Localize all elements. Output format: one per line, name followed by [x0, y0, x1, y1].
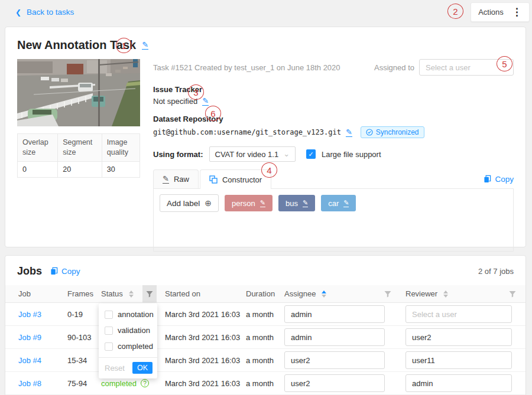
edit-label-icon[interactable]: ✎ — [260, 200, 265, 207]
job-link[interactable]: Job #9 — [18, 333, 67, 342]
checkbox-completed[interactable] — [105, 342, 113, 351]
jobs-card: Jobs Copy 2 of 7 jobs Job Frames Status … — [5, 255, 526, 395]
tab-raw[interactable]: ✎ Raw — [153, 169, 199, 188]
task-meta-text: Task #1521 Created by test_user_1 on Jun… — [153, 63, 340, 72]
labels-constructor-panel: Add label ⊕ person ✎ bus ✎ car ✎ — [153, 189, 514, 252]
label-chip-car[interactable]: car ✎ — [321, 195, 356, 211]
assignee-sort-button[interactable] — [322, 290, 326, 298]
task-preview-image — [17, 59, 140, 126]
format-select[interactable]: CVAT for video 1.1 ⌄ — [209, 146, 296, 162]
col-reviewer: Reviewer — [406, 289, 437, 298]
job-row: Job #8 75-94 completed ? March 3rd 2021 … — [5, 372, 525, 395]
repository-url[interactable]: git@github.com:username/git_storage_v123… — [153, 128, 341, 136]
job-started: March 3rd 2021 16:03 — [165, 310, 246, 319]
actions-button[interactable]: Actions ⋮ — [471, 2, 530, 22]
reviewer-input[interactable] — [406, 351, 512, 369]
assignee-input[interactable] — [284, 328, 385, 346]
job-duration: a month — [246, 356, 284, 365]
checkbox-validation[interactable] — [105, 327, 113, 335]
checkbox-annotation[interactable] — [105, 311, 113, 319]
tab-constructor-label: Constructor — [222, 175, 262, 184]
job-row: Job #4 15-34 March 3rd 2021 16:03 a mont… — [5, 349, 525, 372]
check-circle-icon — [366, 129, 373, 136]
edit-repository-icon[interactable]: ✎ — [346, 128, 352, 137]
job-duration: a month — [246, 333, 284, 342]
edit-issue-tracker-icon[interactable]: ✎ — [202, 97, 209, 106]
large-file-support-checkbox[interactable]: ✓ — [306, 149, 316, 159]
job-link[interactable]: Job #3 — [18, 310, 67, 319]
chevron-down-icon: ⌄ — [283, 152, 290, 156]
col-frames: Frames — [67, 289, 101, 298]
param-header-quality: Image quality — [102, 134, 140, 162]
job-status-text: completed — [101, 379, 137, 388]
tab-constructor[interactable]: Constructor — [200, 169, 271, 189]
issue-tracker-label: Issue Tracker — [153, 85, 514, 94]
assignee-input[interactable] — [284, 351, 385, 369]
param-value-quality: 30 — [102, 161, 140, 177]
job-row: Job #9 90-103 March 3rd 2021 16:03 a mon… — [5, 326, 525, 349]
back-to-tasks-link[interactable]: ❮ Back to tasks — [15, 8, 74, 17]
param-value-overlap: 0 — [18, 161, 58, 177]
filter-option-completed[interactable]: completed — [99, 338, 157, 354]
col-status: Status — [101, 289, 123, 298]
annotation-marker-6: 6 — [205, 106, 221, 121]
filter-reset-button[interactable]: Reset — [105, 364, 125, 373]
format-select-value: CVAT for video 1.1 — [215, 150, 279, 159]
add-label-button[interactable]: Add label ⊕ — [160, 194, 219, 212]
annotation-marker-3: 3 — [188, 84, 204, 100]
status-filter-button[interactable] — [142, 285, 157, 303]
job-started: March 3rd 2021 16:03 — [165, 379, 246, 388]
label-chip-person-name: person — [232, 199, 255, 208]
assignee-input[interactable] — [284, 305, 385, 323]
col-started-on: Started on — [165, 289, 246, 298]
job-link[interactable]: Job #8 — [18, 379, 67, 388]
task-details-card: New Annotation Task ✎ — [5, 27, 526, 247]
question-circle-icon: ? — [141, 379, 149, 387]
edit-label-icon[interactable]: ✎ — [343, 200, 349, 207]
reviewer-input[interactable] — [406, 305, 512, 323]
job-frames: 15-34 — [67, 356, 101, 365]
assigned-to-label: Assigned to — [374, 63, 414, 72]
job-link[interactable]: Job #4 — [18, 356, 67, 365]
annotation-marker-5: 5 — [497, 56, 512, 71]
jobs-count: 2 of 7 jobs — [478, 267, 514, 276]
annotation-marker-4: 4 — [261, 162, 277, 178]
pencil-icon: ✎ — [163, 175, 169, 184]
assignee-filter-icon[interactable] — [384, 290, 391, 298]
reviewer-input[interactable] — [406, 328, 512, 346]
labels-copy-button[interactable]: Copy — [484, 175, 514, 184]
reviewer-filter-icon[interactable] — [509, 290, 516, 298]
task-parameters-table: Overlap size Segment size Image quality … — [17, 133, 140, 178]
filter-option-validation[interactable]: validation — [99, 322, 157, 338]
labels-copy-label: Copy — [495, 175, 514, 184]
label-chip-person[interactable]: person ✎ — [225, 195, 273, 211]
filter-ok-button[interactable]: OK — [132, 362, 153, 374]
jobs-copy-button[interactable]: Copy — [50, 267, 80, 276]
reviewer-sort-button[interactable] — [443, 290, 448, 298]
copy-icon — [50, 267, 58, 275]
reviewer-input[interactable] — [406, 374, 512, 392]
filter-option-annotation[interactable]: annotation — [99, 306, 157, 322]
label-chip-bus[interactable]: bus ✎ — [278, 195, 315, 211]
actions-label: Actions — [478, 8, 504, 17]
back-link-label: Back to tasks — [27, 8, 74, 17]
job-status: completed ? — [101, 379, 157, 388]
status-filter-dropdown: annotation validation completed Reset OK — [99, 303, 157, 378]
param-value-segment: 20 — [58, 161, 102, 177]
large-file-support-label: Large file support — [322, 150, 381, 159]
status-sort-button[interactable] — [129, 290, 134, 298]
chevron-left-icon: ❮ — [15, 8, 21, 17]
assignee-input[interactable] — [284, 374, 385, 392]
filter-option-annotation-label: annotation — [118, 310, 154, 319]
sync-badge-label: Synchronized — [376, 128, 419, 136]
job-duration: a month — [246, 310, 284, 319]
edit-label-icon[interactable]: ✎ — [303, 200, 308, 207]
job-started: March 3rd 2021 16:03 — [165, 333, 246, 342]
job-duration: a month — [246, 379, 284, 388]
filter-option-completed-label: completed — [118, 342, 153, 351]
annotation-marker-1: 1 — [116, 38, 132, 53]
edit-task-name-icon[interactable]: ✎ — [142, 41, 148, 50]
jobs-heading: Jobs — [17, 265, 42, 278]
using-format-label: Using format: — [153, 150, 203, 159]
copy-icon — [484, 175, 491, 183]
